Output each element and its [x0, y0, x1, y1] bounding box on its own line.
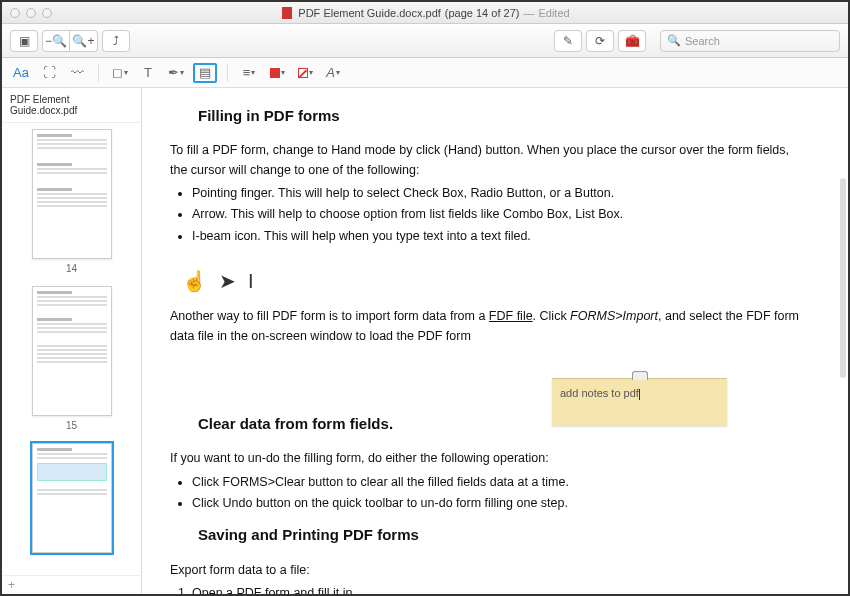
search-icon: 🔍 [667, 34, 681, 47]
text-style-button[interactable]: Aa [10, 63, 32, 83]
edit-button[interactable]: 🧰 [618, 30, 646, 52]
window-titlebar: PDF Element Guide.docx.pdf (page 14 of 2… [2, 2, 848, 24]
arrow-cursor-icon: ➤ [219, 266, 236, 297]
title-status-dash: — [523, 7, 534, 19]
zoom-out-icon: −🔍 [45, 34, 67, 48]
draw-icon: 〰 [71, 65, 84, 80]
page-thumbnail-15[interactable] [32, 286, 112, 416]
share-button[interactable]: ⤴ [102, 30, 130, 52]
chevron-down-icon: ▾ [251, 68, 255, 77]
rotate-button[interactable]: ⟳ [586, 30, 614, 52]
share-icon: ⤴ [113, 34, 119, 48]
list-item: I-beam icon. This will help when you typ… [192, 227, 808, 246]
fill-color-button[interactable]: ▾ [266, 63, 288, 83]
rotate-icon: ⟳ [595, 34, 605, 48]
text-style-icon: Aa [13, 65, 29, 80]
fill-color-icon [270, 68, 280, 78]
scrollbar-thumb[interactable] [840, 178, 846, 378]
paragraph: If you want to un-do the filling form, d… [170, 449, 808, 468]
title-filename: PDF Element Guide.docx.pdf [298, 7, 440, 19]
ibeam-cursor-icon: I [248, 266, 254, 297]
chevron-down-icon: ▾ [180, 68, 184, 77]
document-view[interactable]: Filling in PDF forms To fill a PDF form,… [142, 88, 848, 594]
heading-saving: Saving and Printing PDF forms [198, 523, 808, 546]
stroke-color-button[interactable]: ▾ [294, 63, 316, 83]
page-thumbnail-14[interactable] [32, 129, 112, 259]
minimize-window-button[interactable] [26, 8, 36, 18]
window-controls [10, 8, 52, 18]
select-area-button[interactable]: ⛶ [38, 63, 60, 83]
pencil-icon: ✎ [563, 34, 573, 48]
line-icon: ≡ [243, 65, 251, 80]
thumbnail-pagenum: 15 [66, 420, 77, 431]
list-item: Click FORMS>Clear button to clear all th… [192, 473, 808, 492]
zoom-out-button[interactable]: −🔍 [42, 30, 70, 52]
selection-icon: ⛶ [43, 65, 56, 80]
window-title: PDF Element Guide.docx.pdf (page 14 of 2… [52, 7, 800, 19]
shape-button[interactable]: ◻▾ [109, 63, 131, 83]
draw-button[interactable]: 〰 [66, 63, 88, 83]
paragraph: Export form data to a file: [170, 561, 808, 580]
search-placeholder: Search [685, 35, 720, 47]
note-icon: ▤ [199, 65, 211, 80]
text-icon: T [144, 65, 152, 80]
toolbox-icon: 🧰 [625, 34, 640, 48]
search-field[interactable]: 🔍 Search [660, 30, 840, 52]
sidebar-add-button[interactable]: + [2, 575, 141, 594]
sticky-note[interactable]: add notes to pdf [552, 378, 727, 426]
heading-filling: Filling in PDF forms [198, 104, 808, 127]
title-page-info: (page 14 of 27) [445, 7, 520, 19]
main-toolbar: ▣ −🔍 🔍+ ⤴ ✎ ⟳ 🧰 🔍 Search [2, 24, 848, 58]
sidebar-title: PDF Element Guide.docx.pdf [2, 88, 141, 123]
thumbnail-sidebar: PDF Element Guide.docx.pdf 14 15 [2, 88, 142, 594]
list-item: Arrow. This will help to choose option f… [192, 205, 808, 224]
page-thumbnail-16[interactable] [32, 443, 112, 553]
chevron-down-icon: ▾ [281, 68, 285, 77]
zoom-in-icon: 🔍+ [72, 34, 94, 48]
paragraph: To fill a PDF form, change to Hand mode … [170, 141, 808, 180]
sticky-note-text: add notes to pdf [560, 387, 639, 399]
shape-icon: ◻ [112, 65, 123, 80]
line-style-button[interactable]: ≡▾ [238, 63, 260, 83]
chevron-down-icon: ▾ [309, 68, 313, 77]
signature-icon: ✒ [168, 65, 179, 80]
chevron-down-icon: ▾ [124, 68, 128, 77]
separator [227, 64, 228, 82]
font-style-button[interactable]: A▾ [322, 63, 344, 83]
text-cursor [639, 389, 640, 400]
list-item: Open a PDF form and fill it in. [192, 584, 808, 594]
zoom-window-button[interactable] [42, 8, 52, 18]
cursor-examples: ☝ ➤ I [170, 256, 808, 307]
separator [98, 64, 99, 82]
note-tool-button[interactable]: ▤ [193, 63, 217, 83]
title-status: Edited [538, 7, 569, 19]
sidebar-toggle-button[interactable]: ▣ [10, 30, 38, 52]
thumbnail-list: 14 15 [2, 123, 141, 575]
thumbnail-pagenum: 14 [66, 263, 77, 274]
paragraph: Another way to fill PDF form is to impor… [170, 307, 808, 346]
pdf-file-icon [282, 7, 292, 19]
annotation-toolbar: Aa ⛶ 〰 ◻▾ T ✒▾ ▤ ≡▾ ▾ ▾ A▾ [2, 58, 848, 88]
signature-button[interactable]: ✒▾ [165, 63, 187, 83]
stroke-color-icon [298, 68, 308, 78]
sidebar-icon: ▣ [19, 34, 30, 48]
list-item: Click Undo button on the quick toolbar t… [192, 494, 808, 513]
close-window-button[interactable] [10, 8, 20, 18]
list-item: Pointing finger. This will help to selec… [192, 184, 808, 203]
text-tool-button[interactable]: T [137, 63, 159, 83]
markup-button[interactable]: ✎ [554, 30, 582, 52]
chevron-down-icon: ▾ [336, 68, 340, 77]
font-icon: A [326, 65, 335, 80]
pointer-hand-icon: ☝ [182, 266, 207, 297]
zoom-in-button[interactable]: 🔍+ [70, 30, 98, 52]
